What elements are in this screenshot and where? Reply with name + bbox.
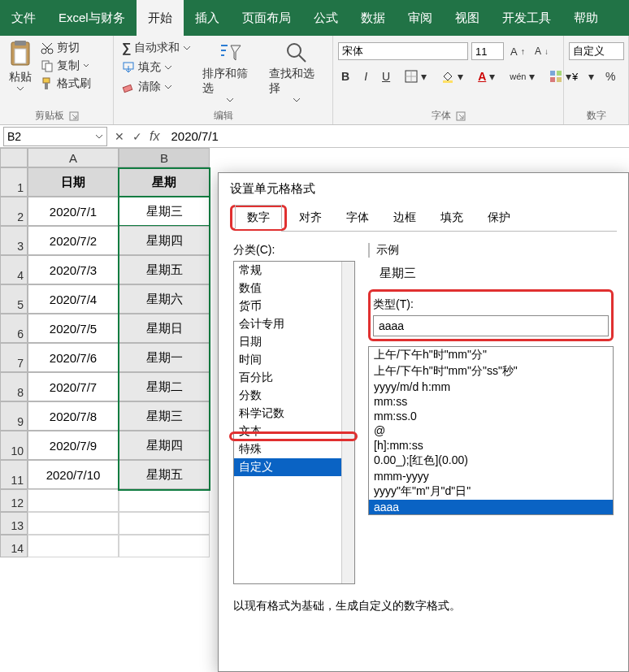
dlg-tab-protect[interactable]: 保护 — [475, 205, 523, 231]
tab-review[interactable]: 审阅 — [397, 0, 444, 36]
tab-data[interactable]: 数据 — [349, 0, 397, 36]
tab-layout[interactable]: 页面布局 — [231, 0, 302, 36]
row-header[interactable]: 9 — [0, 401, 28, 431]
find-select-button[interactable]: 查找和选择 — [266, 39, 328, 104]
tab-developer[interactable]: 开发工具 — [491, 0, 562, 36]
format-item[interactable]: aaaa — [369, 500, 613, 514]
font-color-button[interactable]: A▾ — [475, 68, 498, 85]
name-box[interactable]: B2 — [3, 127, 107, 146]
row-header[interactable]: 5 — [0, 284, 28, 314]
cell[interactable]: 2020/7/8 — [28, 401, 119, 431]
format-item[interactable]: 上午/下午h"时"mm"分" — [369, 347, 613, 363]
cell[interactable]: 2020/7/10 — [28, 460, 119, 489]
category-item[interactable]: 货币 — [234, 297, 354, 315]
dlg-tab-fill[interactable]: 填充 — [428, 205, 475, 231]
row-header[interactable]: 7 — [0, 343, 28, 372]
tab-insert[interactable]: 插入 — [184, 0, 231, 36]
format-item[interactable]: yyyy"年"m"月"d"日" — [369, 483, 613, 500]
paste-button[interactable]: 粘贴 — [5, 39, 36, 93]
underline-button[interactable]: U — [379, 68, 393, 85]
category-item[interactable]: 分数 — [234, 387, 354, 405]
tab-file[interactable]: 文件 — [0, 0, 47, 36]
cell[interactable]: 2020/7/1 — [28, 197, 119, 226]
number-format-select[interactable] — [569, 42, 624, 60]
cell[interactable]: 星期 — [119, 167, 210, 197]
tab-formulas[interactable]: 公式 — [302, 0, 349, 36]
row-header[interactable]: 13 — [0, 512, 28, 535]
cell[interactable]: 星期五 — [119, 255, 210, 284]
italic-button[interactable]: I — [361, 68, 371, 85]
fill-button[interactable]: 填充 — [119, 59, 194, 76]
clear-button[interactable]: 清除 — [119, 78, 194, 96]
sort-filter-button[interactable]: 排序和筛选 — [199, 39, 261, 104]
row-header[interactable]: 10 — [0, 431, 28, 460]
cancel-button[interactable]: ✕ — [111, 130, 128, 143]
row-header[interactable]: 11 — [0, 460, 28, 489]
cut-button[interactable]: 剪切 — [37, 39, 94, 57]
cell[interactable] — [119, 489, 210, 512]
category-item[interactable]: 数值 — [234, 280, 354, 297]
format-item[interactable]: 上午/下午h"时"mm"分"ss"秒" — [369, 363, 613, 379]
row-header[interactable]: 2 — [0, 197, 28, 226]
category-item[interactable]: 科学记数 — [234, 405, 354, 423]
cell[interactable]: 2020/7/4 — [28, 284, 119, 314]
dlg-tab-number[interactable]: 数字 — [235, 205, 282, 229]
category-list[interactable]: 常规数值货币会计专用日期时间百分比分数科学记数文本特殊自定义 — [233, 261, 355, 584]
dlg-tab-align[interactable]: 对齐 — [287, 205, 334, 231]
cell[interactable]: 星期一 — [119, 343, 210, 372]
format-item[interactable]: [h]:mm:ss — [369, 438, 613, 453]
select-all-corner[interactable] — [0, 148, 28, 167]
border-button[interactable]: ▾ — [401, 68, 430, 85]
cell[interactable]: 星期日 — [119, 314, 210, 343]
row-header[interactable]: 12 — [0, 489, 28, 512]
cell[interactable]: 星期三 — [119, 401, 210, 431]
cell[interactable]: 星期四 — [119, 431, 210, 460]
decrease-font-button[interactable]: A↓ — [531, 44, 552, 59]
row-header[interactable]: 8 — [0, 372, 28, 401]
format-item[interactable]: mm:ss — [369, 394, 613, 409]
currency-button[interactable]: ¥▾ — [569, 68, 597, 85]
formula-input[interactable] — [166, 128, 629, 145]
font-name-select[interactable] — [338, 42, 468, 60]
cell[interactable]: 日期 — [28, 167, 119, 197]
col-header-a[interactable]: A — [28, 148, 119, 167]
cell[interactable]: 2020/7/5 — [28, 314, 119, 343]
cell[interactable]: 2020/7/3 — [28, 255, 119, 284]
category-item[interactable]: 常规 — [234, 262, 354, 280]
cell[interactable]: 2020/7/6 — [28, 343, 119, 372]
cell[interactable]: 星期四 — [119, 226, 210, 255]
fill-color-button[interactable]: ▾ — [438, 68, 466, 85]
dialog-launcher-icon[interactable] — [456, 111, 466, 121]
cell[interactable] — [28, 489, 119, 512]
bold-button[interactable]: B — [338, 68, 353, 85]
dlg-tab-font[interactable]: 字体 — [334, 205, 381, 231]
format-painter-button[interactable]: 格式刷 — [37, 75, 94, 93]
copy-button[interactable]: 复制 — [37, 57, 94, 75]
row-header[interactable]: 14 — [0, 535, 28, 557]
row-header[interactable]: 3 — [0, 226, 28, 255]
category-item[interactable]: 百分比 — [234, 369, 354, 387]
tab-home[interactable]: 开始 — [137, 0, 184, 36]
cell[interactable]: 星期二 — [119, 372, 210, 401]
category-item[interactable]: 时间 — [234, 351, 354, 369]
cell[interactable]: 2020/7/7 — [28, 372, 119, 401]
confirm-button[interactable]: ✓ — [128, 130, 146, 143]
format-item[interactable]: mm:ss.0 — [369, 409, 613, 423]
row-header[interactable]: 4 — [0, 255, 28, 284]
fx-label[interactable]: fx — [146, 129, 166, 144]
type-input[interactable] — [373, 315, 609, 336]
phonetic-button[interactable]: wén▾ — [506, 68, 538, 85]
autosum-button[interactable]: ∑ 自动求和 — [119, 39, 194, 57]
category-item[interactable]: 特殊 — [234, 440, 354, 458]
cell[interactable]: 星期五 — [119, 460, 210, 489]
format-item[interactable]: 0.00_);[红色](0.00) — [369, 453, 613, 469]
format-item[interactable]: yyyy/m/d h:mm — [369, 379, 613, 394]
format-list[interactable]: 上午/下午h"时"mm"分"上午/下午h"时"mm"分"ss"秒"yyyy/m/… — [368, 346, 614, 515]
increase-font-button[interactable]: A↑ — [507, 44, 528, 59]
format-item[interactable]: @ — [369, 423, 613, 438]
font-size-select[interactable] — [471, 42, 504, 60]
row-header[interactable]: 1 — [0, 167, 28, 197]
col-header-b[interactable]: B — [119, 148, 210, 167]
category-item[interactable]: 日期 — [234, 333, 354, 351]
cell[interactable] — [28, 512, 119, 535]
